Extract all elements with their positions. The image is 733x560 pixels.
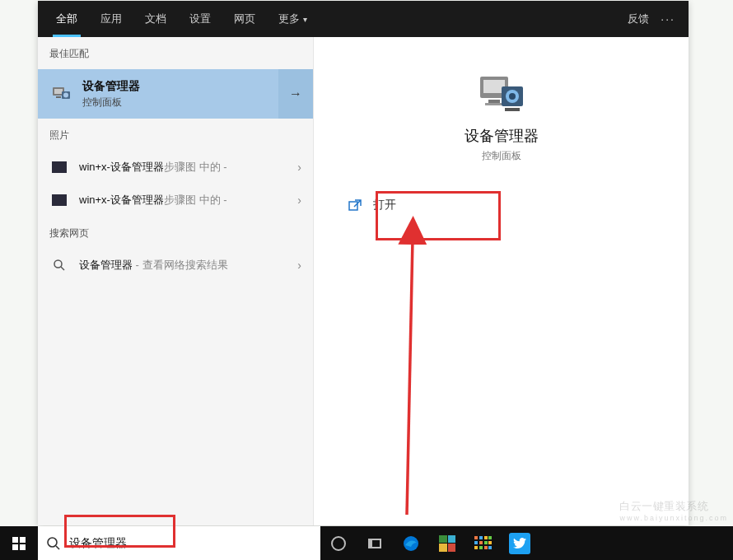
- search-input[interactable]: [69, 537, 312, 550]
- svg-rect-15: [349, 202, 357, 210]
- section-photos: 照片: [38, 119, 313, 151]
- taskbar-search-box[interactable]: [38, 526, 320, 560]
- svg-rect-18: [12, 544, 18, 550]
- svg-point-20: [48, 538, 57, 547]
- photo-result-1[interactable]: win+x-设备管理器步骤图 中的 - ›: [38, 151, 313, 184]
- edge-button[interactable]: [393, 526, 429, 560]
- arrow-right-icon: →: [289, 86, 302, 101]
- feedback-link[interactable]: 反馈: [628, 12, 649, 26]
- explorer-icon: [439, 535, 455, 552]
- svg-rect-19: [20, 544, 26, 550]
- task-view-button[interactable]: [357, 526, 393, 560]
- section-best-match: 最佳匹配: [38, 37, 313, 69]
- best-match-subtitle: 控制面板: [82, 96, 278, 110]
- twitter-icon: [509, 533, 530, 554]
- chevron-down-icon: ▾: [303, 15, 307, 24]
- best-match-item[interactable]: 设备管理器 控制面板 →: [38, 69, 313, 119]
- open-icon: [348, 199, 362, 211]
- store-button[interactable]: [465, 526, 502, 560]
- svg-point-3: [63, 93, 68, 98]
- results-list: 最佳匹配 设备管理器 控制面板 →: [38, 37, 314, 525]
- best-match-expand[interactable]: →: [278, 69, 313, 119]
- filter-tabs-bar: 全部 应用 文档 设置 网页 更多▾ 反馈 ···: [38, 1, 689, 37]
- cortana-icon: [331, 536, 346, 551]
- tab-all[interactable]: 全部: [44, 1, 89, 37]
- windows-logo-icon: [12, 537, 26, 550]
- detail-pane: 设备管理器 控制面板 打开: [314, 37, 689, 525]
- section-web: 搜索网页: [38, 217, 313, 249]
- web-search-result[interactable]: 设备管理器 - 查看网络搜索结果 ›: [38, 249, 313, 282]
- svg-rect-16: [12, 537, 18, 543]
- device-manager-icon: [51, 85, 71, 103]
- task-view-icon: [368, 539, 381, 548]
- cortana-button[interactable]: [320, 526, 357, 560]
- edge-icon: [403, 535, 419, 552]
- svg-line-6: [61, 267, 64, 270]
- image-thumb-icon: [52, 194, 67, 206]
- best-match-title: 设备管理器: [82, 79, 278, 94]
- store-icon: [474, 536, 493, 551]
- svg-line-21: [56, 546, 59, 549]
- svg-rect-10: [485, 103, 503, 105]
- more-options-icon[interactable]: ···: [661, 12, 675, 26]
- svg-point-5: [54, 260, 62, 268]
- chevron-right-icon: ›: [297, 161, 301, 174]
- twitter-button[interactable]: [502, 526, 538, 560]
- taskbar: [0, 526, 733, 560]
- start-button[interactable]: [0, 526, 38, 560]
- search-icon: [46, 536, 61, 551]
- open-action[interactable]: 打开: [334, 188, 669, 222]
- open-label: 打开: [373, 198, 396, 212]
- device-manager-large-icon: [477, 72, 526, 116]
- svg-rect-9: [488, 100, 500, 103]
- tab-apps[interactable]: 应用: [89, 1, 133, 37]
- tab-web[interactable]: 网页: [222, 1, 267, 37]
- chevron-right-icon: ›: [297, 194, 301, 207]
- image-thumb-icon: [52, 161, 67, 173]
- svg-point-13: [509, 93, 516, 100]
- detail-title: 设备管理器: [334, 126, 669, 146]
- search-icon: [53, 259, 66, 272]
- svg-rect-17: [20, 537, 26, 543]
- tab-more[interactable]: 更多▾: [267, 1, 319, 37]
- search-results-panel: 全部 应用 文档 设置 网页 更多▾ 反馈 ··· 最佳匹配: [38, 1, 689, 525]
- photo-result-2[interactable]: win+x-设备管理器步骤图 中的 - ›: [38, 184, 313, 217]
- detail-subtitle: 控制面板: [334, 149, 669, 163]
- tab-settings[interactable]: 设置: [178, 1, 222, 37]
- file-explorer-button[interactable]: [429, 526, 465, 560]
- svg-rect-4: [56, 96, 61, 98]
- tab-documents[interactable]: 文档: [133, 1, 178, 37]
- chevron-right-icon: ›: [297, 259, 301, 272]
- svg-rect-14: [505, 108, 520, 111]
- svg-rect-1: [54, 89, 63, 94]
